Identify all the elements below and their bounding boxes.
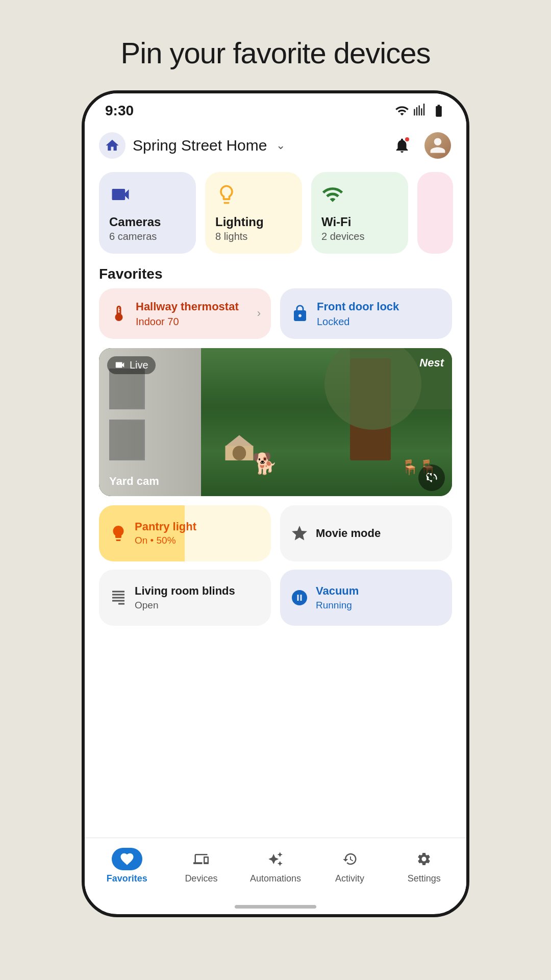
pantry-info: Pantry light On • 50% <box>135 520 196 546</box>
live-label: Live <box>130 359 148 371</box>
thermostat-icon <box>110 304 128 323</box>
pantry-name: Pantry light <box>135 520 196 533</box>
nav-favorites-label: Favorites <box>107 873 147 884</box>
mute-button[interactable] <box>418 464 445 491</box>
camera-feed[interactable]: 🐕 🪑🪑 Live Nest Yard cam <box>99 348 452 496</box>
bell-button[interactable] <box>390 133 414 158</box>
category-card-lighting[interactable]: Lighting 8 lights <box>205 172 302 254</box>
favorites-row: Hallway thermostat Indoor 70 › Front doo… <box>85 288 466 348</box>
nav-activity-label: Activity <box>335 873 364 884</box>
bottom-bar <box>85 899 466 914</box>
avatar[interactable] <box>424 132 451 159</box>
camera-window-1 <box>109 369 145 409</box>
page-title: Pin your favorite devices <box>121 36 431 70</box>
thermostat-status: Indoor 70 <box>136 316 250 328</box>
vacuum-icon <box>290 589 309 607</box>
lock-card[interactable]: Front door lock Locked <box>280 288 452 339</box>
nav-devices[interactable]: Devices <box>170 848 232 884</box>
camera-icon <box>109 183 132 206</box>
status-time: 9:30 <box>105 103 134 119</box>
category-card-wifi[interactable]: Wi-Fi 2 devices <box>311 172 408 254</box>
blinds-info: Living room blinds Open <box>135 584 235 611</box>
heart-icon <box>119 851 135 867</box>
sparkle-icon-wrap <box>290 524 309 543</box>
app-header: Spring Street Home ⌄ <box>85 124 466 167</box>
thermostat-name: Hallway thermostat <box>136 300 250 314</box>
home-selector[interactable]: Spring Street Home ⌄ <box>99 132 285 159</box>
home-icon-bg <box>99 132 126 159</box>
lock-status: Locked <box>317 316 442 328</box>
thermostat-info: Hallway thermostat Indoor 70 <box>136 300 250 328</box>
nav-settings[interactable]: Settings <box>393 848 455 884</box>
bottom-favorites-row: Pantry light On • 50% Movie mode <box>85 505 466 570</box>
blinds-status: Open <box>135 600 235 611</box>
vacuum-name: Vacuum <box>316 584 359 599</box>
cameras-name: Cameras <box>109 215 186 230</box>
thermostat-card[interactable]: Hallway thermostat Indoor 70 › <box>99 288 271 339</box>
devices-icon <box>193 851 209 867</box>
nav-automations-label: Automations <box>250 873 301 884</box>
chevron-down-icon: ⌄ <box>276 139 285 152</box>
movie-info: Movie mode <box>316 527 381 540</box>
vacuum-icon-wrap <box>290 589 309 607</box>
category-card-cameras[interactable]: Cameras 6 cameras <box>99 172 196 254</box>
svg-point-2 <box>233 446 246 460</box>
blinds-icon <box>109 589 128 607</box>
nav-activity-icon-wrap <box>335 848 365 870</box>
pantry-light-card[interactable]: Pantry light On • 50% <box>99 505 271 561</box>
camera-name: Yard cam <box>109 475 159 488</box>
vacuum-info: Vacuum Running <box>316 584 359 611</box>
wifi-status-icon <box>395 104 409 118</box>
lock-icon <box>291 304 309 323</box>
pantry-status: On • 50% <box>135 535 196 546</box>
movie-mode-card[interactable]: Movie mode <box>280 505 452 561</box>
camera-dog: 🐕 <box>252 452 278 476</box>
blinds-name: Living room blinds <box>135 584 235 599</box>
vacuum-status: Running <box>316 600 359 611</box>
battery-status-icon <box>432 104 446 118</box>
lighting-count: 8 lights <box>215 231 292 242</box>
app-content: Spring Street Home ⌄ <box>85 124 466 838</box>
nav-devices-label: Devices <box>185 873 217 884</box>
automations-icon <box>268 851 283 867</box>
wifi-name: Wi-Fi <box>321 215 398 230</box>
blinds-card[interactable]: Living room blinds Open <box>99 570 271 626</box>
lower-row: Living room blinds Open Vacuum Running <box>85 570 466 634</box>
lighting-icon <box>215 183 238 206</box>
nav-automations-icon-wrap <box>260 848 291 870</box>
nav-devices-icon-wrap <box>186 848 216 870</box>
lock-name: Front door lock <box>317 300 442 314</box>
sparkle-icon <box>290 524 309 543</box>
nav-activity[interactable]: Activity <box>319 848 381 884</box>
categories-scroll: Cameras 6 cameras Lighting 8 lights <box>85 167 466 262</box>
nest-badge: Nest <box>419 356 444 370</box>
blinds-icon-wrap <box>109 589 128 607</box>
nav-favorites-icon-wrap <box>112 848 142 870</box>
cameras-count: 6 cameras <box>109 231 186 242</box>
activity-icon <box>342 851 358 867</box>
thermostat-icon-wrap <box>109 301 129 326</box>
lock-info: Front door lock Locked <box>317 300 442 328</box>
camera-tree-top <box>324 348 421 430</box>
nav-settings-icon-wrap <box>409 848 439 870</box>
home-icon <box>105 138 120 153</box>
vacuum-card[interactable]: Vacuum Running <box>280 570 452 626</box>
camera-small-icon <box>114 359 126 371</box>
live-badge: Live <box>107 356 156 374</box>
status-icons <box>395 104 446 118</box>
lock-icon-wrap <box>290 301 310 326</box>
lighting-name: Lighting <box>215 215 292 230</box>
favorites-label: Favorites <box>85 262 466 288</box>
signal-status-icon <box>413 104 428 118</box>
status-bar: 9:30 <box>85 93 466 124</box>
settings-icon <box>416 851 432 867</box>
nav-automations[interactable]: Automations <box>245 848 306 884</box>
category-card-partial[interactable] <box>417 172 453 254</box>
home-name: Spring Street Home <box>133 137 267 154</box>
camera-window-2 <box>109 420 145 460</box>
header-actions <box>390 132 451 159</box>
thermostat-chevron: › <box>257 307 261 320</box>
bulb-icon-wrap <box>109 524 128 543</box>
mute-icon <box>424 471 439 485</box>
nav-favorites[interactable]: Favorites <box>96 848 158 884</box>
